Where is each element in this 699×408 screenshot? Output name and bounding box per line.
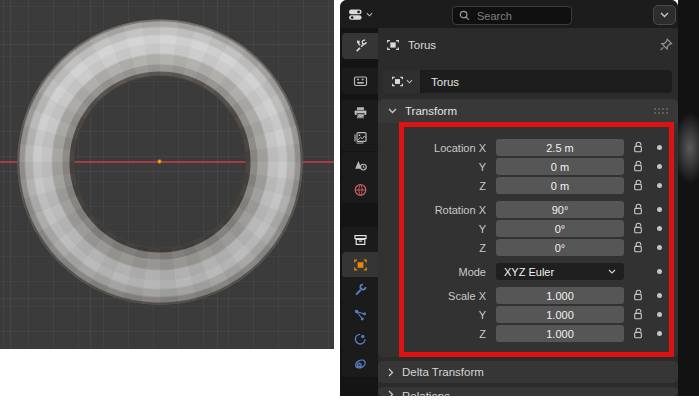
pin-icon[interactable]	[658, 37, 674, 53]
field-label: Y	[378, 223, 496, 235]
chevron-down-icon	[406, 79, 413, 84]
field-value: 1.000	[546, 290, 574, 302]
field-label: Y	[378, 309, 496, 321]
animate-property-dot[interactable]	[657, 226, 662, 231]
transform-row: Y 1.000	[378, 306, 678, 323]
grip-icon[interactable]	[654, 108, 668, 114]
field-value: 2.5 m	[546, 142, 574, 154]
properties-content: Torus Torus	[378, 28, 678, 396]
transform-row: Rotation X 90°	[378, 201, 678, 218]
breadcrumb-object-name[interactable]: Torus	[408, 39, 436, 51]
transform-row: Location X 2.5 m	[378, 139, 678, 156]
world-globe-icon	[353, 183, 368, 197]
scene-icon	[353, 158, 368, 172]
object-name-field[interactable]: Torus	[383, 70, 672, 93]
unlock-icon[interactable]	[632, 160, 644, 173]
particles-icon	[353, 308, 368, 322]
unlock-icon[interactable]	[632, 222, 644, 235]
transform-row: Z 0°	[378, 239, 678, 256]
object-origin-dot[interactable]	[157, 159, 162, 164]
search-input[interactable]	[475, 9, 555, 23]
object-name-text[interactable]: Torus	[421, 70, 672, 93]
tab-physics-properties[interactable]	[342, 326, 378, 352]
field-value: 0 m	[551, 180, 569, 192]
unlock-icon[interactable]	[632, 289, 644, 302]
transform-panel-header[interactable]: Transform	[378, 99, 678, 123]
delta-transform-panel[interactable]: Delta Transform	[378, 361, 678, 383]
transform-row: Z 0 m	[378, 177, 678, 194]
tab-world-properties[interactable]	[342, 177, 378, 203]
field-value: 1.000	[546, 328, 574, 340]
chevron-right-icon	[388, 368, 394, 377]
tab-particle-properties[interactable]	[342, 302, 378, 328]
animate-property-dot[interactable]	[657, 269, 662, 274]
unlock-icon[interactable]	[632, 241, 644, 254]
animate-property-dot[interactable]	[657, 207, 662, 212]
field-label: Location X	[378, 142, 496, 154]
tab-collection-properties[interactable]	[342, 227, 378, 253]
unlock-icon[interactable]	[632, 179, 644, 192]
tab-tool[interactable]	[342, 33, 378, 59]
3d-viewport[interactable]	[0, 0, 334, 349]
field-y[interactable]: 1.000	[496, 306, 624, 323]
chevron-right-icon	[388, 390, 394, 396]
animate-property-dot[interactable]	[657, 164, 662, 169]
constraints-icon	[353, 357, 368, 371]
tab-output-properties[interactable]	[342, 100, 378, 126]
unlock-icon[interactable]	[632, 308, 644, 321]
transform-group: Location X 2.5 m Y 0 m Z 0	[378, 139, 678, 194]
id-type-selector[interactable]	[383, 70, 421, 93]
field-location-x[interactable]: 2.5 m	[496, 139, 624, 156]
transform-panel: Transform Location X 2.5 m Y 0 m	[378, 99, 678, 357]
field-z[interactable]: 0°	[496, 239, 624, 256]
field-label: Y	[378, 161, 496, 173]
tab-view-layer-properties[interactable]	[342, 125, 378, 151]
field-value: 90°	[552, 204, 569, 216]
field-label: Z	[378, 242, 496, 254]
animate-property-dot[interactable]	[657, 312, 662, 317]
transform-group: Mode XYZ Euler	[378, 263, 678, 280]
transform-row: Y 0 m	[378, 158, 678, 175]
tab-constraint-properties[interactable]	[342, 351, 378, 377]
animate-property-dot[interactable]	[657, 245, 662, 250]
object-properties-icon	[353, 258, 368, 272]
printer-icon	[353, 106, 368, 120]
animate-property-dot[interactable]	[657, 145, 662, 150]
field-y[interactable]: 0°	[496, 220, 624, 237]
field-value: XYZ Euler	[504, 266, 554, 278]
animate-property-dot[interactable]	[657, 293, 662, 298]
transform-group: Scale X 1.000 Y 1.000 Z 1.0	[378, 287, 678, 342]
delta-transform-title: Delta Transform	[402, 366, 484, 378]
image-stack-icon	[353, 131, 368, 145]
unlock-icon[interactable]	[632, 203, 644, 216]
relations-title: Relations	[402, 390, 450, 396]
relations-panel[interactable]: Relations	[378, 387, 678, 396]
breadcrumb: Torus	[378, 34, 678, 56]
unlock-icon[interactable]	[632, 141, 644, 154]
tab-object-properties[interactable]	[342, 252, 378, 278]
tab-render-properties[interactable]	[342, 68, 378, 94]
animate-property-dot[interactable]	[657, 331, 662, 336]
properties-editor-icon	[348, 7, 363, 22]
tab-modifier-properties[interactable]	[342, 277, 378, 303]
animate-property-dot[interactable]	[657, 183, 662, 188]
tab-scene-properties[interactable]	[342, 152, 378, 178]
mesh-object-icon	[386, 38, 400, 52]
field-z[interactable]: 1.000	[496, 325, 624, 342]
transform-row: Mode XYZ Euler	[378, 263, 678, 280]
physics-icon	[353, 332, 368, 346]
mode-dropdown[interactable]: XYZ Euler	[496, 263, 624, 280]
field-label: Rotation X	[378, 204, 496, 216]
background-editor-strip	[678, 0, 699, 396]
search-box[interactable]	[452, 6, 572, 25]
unlock-icon[interactable]	[632, 327, 644, 340]
header-menu-button[interactable]	[653, 5, 676, 25]
field-z[interactable]: 0 m	[496, 177, 624, 194]
field-rotation-x[interactable]: 90°	[496, 201, 624, 218]
field-label: Scale X	[378, 290, 496, 302]
collection-box-icon	[353, 233, 368, 247]
field-y[interactable]: 0 m	[496, 158, 624, 175]
field-scale-x[interactable]: 1.000	[496, 287, 624, 304]
editor-type-button[interactable]	[344, 3, 386, 25]
blender-screenshot: Torus Torus	[0, 0, 699, 408]
